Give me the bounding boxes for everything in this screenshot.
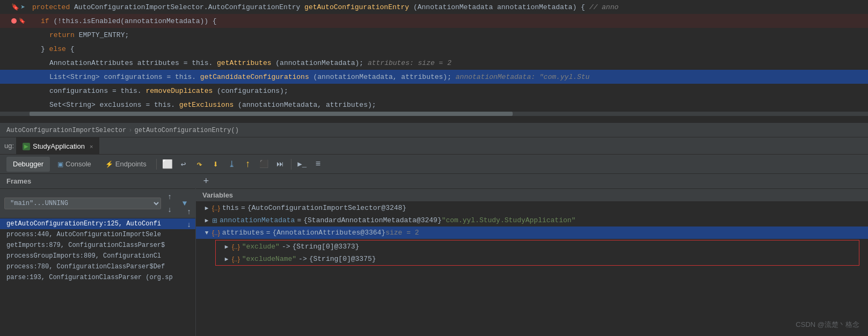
frame-down-btn[interactable]: ↓ [163, 204, 176, 216]
breakpoint-dot-2 [11, 18, 17, 24]
resume-btn[interactable]: ⏭ [273, 157, 288, 172]
gutter-2: 🔖 [0, 14, 30, 28]
breadcrumb-part-1[interactable]: AutoConfigurationImportSelector [6, 127, 126, 134]
tab-icon: ▶ [23, 143, 30, 150]
var-val-exclude: {String[0]@3373} [293, 243, 360, 251]
thread-select[interactable]: "main"...UNNING [4, 198, 161, 209]
var-eq-this: = [241, 204, 245, 212]
expand-this[interactable]: ▶ [202, 204, 211, 211]
threads-icon: ≡ [316, 159, 321, 169]
variables-panel: + Variables ▶ {..} this = {AutoConfigura… [196, 174, 868, 336]
var-eq-excludeName: -> [298, 255, 307, 263]
step-over-icon: ↷ [196, 158, 202, 170]
debug-session-label: ug: [4, 142, 14, 150]
threads-btn[interactable]: ≡ [311, 157, 326, 172]
terminal-btn[interactable]: ▶_ [295, 157, 310, 172]
frame-item-3[interactable]: processGroupImports:809, ConfigurationCl [0, 251, 195, 261]
frame-item-4[interactable]: process:780, ConfigurationClassParser$De… [0, 261, 195, 272]
code-text-6: List<String> configurations = this. getC… [32, 73, 589, 81]
frames-controls: "main"...UNNING ↑ ↓ ▼ [0, 189, 195, 218]
expand-excludeName[interactable]: ▶ [222, 255, 231, 262]
frames-header: Frames [0, 174, 195, 189]
code-text-2: if (!this.isEnabled(annotationMetadata))… [32, 17, 217, 25]
frame-item-5[interactable]: parse:193, ConfigurationClassParser (org… [0, 272, 195, 283]
code-line-6: List<String> configurations = this. getC… [0, 70, 868, 84]
var-val-attributes: {AnnotationAttributes@3364} [273, 229, 386, 237]
hscrollbar[interactable] [0, 112, 868, 116]
code-line-4: } else { [0, 42, 868, 56]
force-step-into-icon: ⤓ [228, 159, 235, 170]
expand-attributes[interactable]: ▼ [202, 230, 211, 236]
stop-icon: ⬛ [259, 159, 268, 169]
frame-item-1[interactable]: process:440, AutoConfigurationImportSele [0, 229, 195, 240]
expand-exclude[interactable]: ▶ [222, 243, 231, 250]
var-name-attributes: attributes [222, 229, 264, 237]
gutter-5 [0, 56, 30, 70]
var-eq-annotationMetadata: = [297, 216, 301, 224]
frames-panel: Frames "main"...UNNING ↑ ↓ ▼ getAutoConf… [0, 174, 196, 336]
resume-icon: ⏭ [276, 160, 284, 169]
var-eq-exclude: -> [282, 243, 290, 251]
frame-up-btn[interactable]: ↑ [163, 191, 176, 203]
frame-item-2[interactable]: getImports:879, ConfigurationClassParser… [0, 240, 195, 251]
gutter-7 [0, 84, 30, 98]
var-icon-exclude: {..} [232, 243, 240, 251]
var-val-this: {AutoConfigurationImportSelector@3248} [247, 204, 406, 212]
arrow-icon-1: ➤ [21, 3, 25, 12]
code-line-1: 🔖 ➤ protected AutoConfigurationImportSel… [0, 0, 868, 14]
var-icon-this: {..} [212, 204, 220, 212]
bookmark-icon-2: 🔖 [19, 18, 25, 24]
tab-endpoints[interactable]: ⚡ Endpoints [99, 157, 153, 172]
debug-panel: Frames "main"...UNNING ↑ ↓ ▼ getAutoConf… [0, 174, 868, 336]
breadcrumb-sep: › [128, 127, 132, 134]
var-eq-attributes: = [266, 229, 271, 237]
step-into-icon: ⬇ [213, 158, 218, 170]
expand-annotationMetadata[interactable]: ▶ [202, 217, 211, 224]
var-item-attributes[interactable]: ▼ {..} attributes = {AnnotationAttribute… [196, 227, 868, 239]
step-out-btn[interactable]: ↑ [240, 157, 256, 172]
var-item-exclude[interactable]: ▶ {..} "exclude" -> {String[0]@3373} [216, 240, 859, 253]
vars-list: ▶ {..} this = {AutoConfigurationImportSe… [196, 202, 868, 336]
rerun-icon: ↩ [181, 159, 186, 170]
code-text-1: protected AutoConfigurationImportSelecto… [32, 3, 618, 11]
code-line-5: AnnotationAttributes attributes = this. … [0, 56, 868, 70]
var-name-exclude: "exclude" [242, 243, 280, 251]
frames-list: getAutoConfigurationEntry:125, AutoConfi… [0, 218, 195, 336]
var-val-excludeName: {String[0]@3375} [309, 255, 376, 263]
step-over-btn[interactable]: ↷ [192, 157, 207, 172]
frame-nav-up[interactable]: ↑ [183, 206, 195, 218]
force-step-into-btn[interactable]: ⤓ [224, 157, 239, 172]
code-line-7: configurations = this. removeDuplicates … [0, 84, 868, 98]
step-out-icon: ↑ [245, 159, 251, 170]
restore-layout-btn[interactable]: ⬜ [160, 157, 175, 172]
frame-item-0[interactable]: getAutoConfigurationEntry:125, AutoConfi [0, 218, 195, 229]
frames-title: Frames [6, 177, 31, 185]
var-name-this: this [222, 204, 239, 212]
stop-btn[interactable]: ⬛ [257, 157, 272, 172]
frame-nav-down[interactable]: ↓ [183, 219, 195, 231]
close-tab-btn[interactable]: × [90, 143, 93, 150]
toolbar-sep-2 [291, 159, 291, 170]
var-item-this[interactable]: ▶ {..} this = {AutoConfigurationImportSe… [196, 202, 868, 214]
code-line-2: 🔖 if (!this.isEnabled(annotationMetadata… [0, 14, 868, 28]
code-text-5: AnnotationAttributes attributes = this. … [32, 59, 451, 67]
var-item-excludeName[interactable]: ▶ {..} "excludeName" -> {String[0]@3375} [216, 253, 859, 265]
toolbar-sep-1 [156, 159, 157, 170]
tab-console[interactable]: ▣ Console [51, 157, 98, 172]
code-line-8: Set<String> exclusions = this. getExclus… [0, 98, 868, 112]
terminal-icon: ▶_ [297, 159, 307, 169]
gutter-4 [0, 42, 30, 56]
tab-debugger[interactable]: Debugger [6, 157, 50, 172]
var-icon-annotationMetadata: ⊞ [212, 217, 217, 224]
rerun-btn[interactable]: ↩ [176, 157, 191, 172]
study-application-tab[interactable]: ▶ StudyApplication × [16, 137, 99, 155]
restore-icon: ⬜ [162, 159, 173, 170]
step-into-btn[interactable]: ⬇ [208, 157, 223, 172]
var-item-annotationMetadata[interactable]: ▶ ⊞ annotationMetadata = {StandardAnnota… [196, 214, 868, 227]
code-editor: 🔖 ➤ protected AutoConfigurationImportSel… [0, 0, 868, 123]
breadcrumb-part-2[interactable]: getAutoConfigurationEntry() [134, 127, 238, 134]
gutter-6 [0, 70, 30, 84]
add-watch-btn[interactable]: + [200, 176, 212, 187]
gutter-8 [0, 98, 30, 112]
endpoints-label: Endpoints [115, 160, 147, 168]
